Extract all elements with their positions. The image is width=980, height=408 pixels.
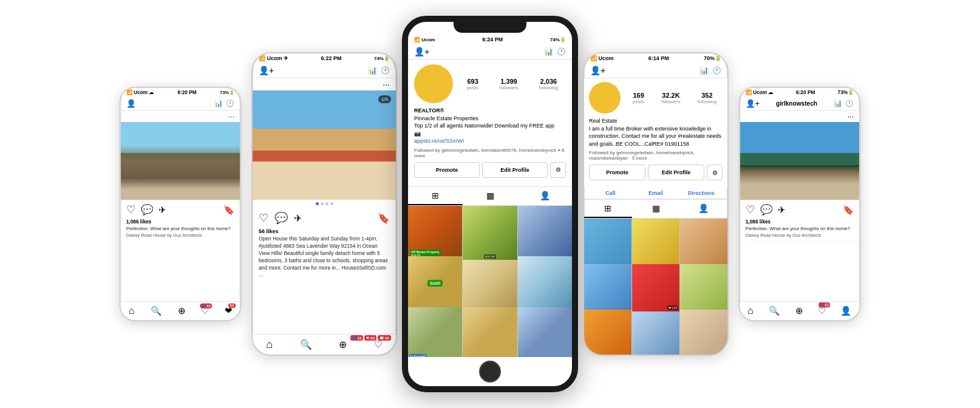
settings-button-3[interactable]: ⚙ [550, 162, 566, 178]
bar-icon-2[interactable]: 📊 [368, 66, 377, 75]
promote-button-3[interactable]: Promote [414, 162, 480, 178]
action-buttons-3: Promote Edit Profile ⚙ [414, 162, 566, 178]
profile-bio-text-4: I am a full time Broker with extensive k… [589, 125, 723, 148]
home-button-3[interactable] [479, 361, 501, 382]
grid-item-3-7[interactable]: In Escrow! [408, 307, 462, 357]
grid-item-4-8[interactable] [632, 310, 679, 355]
tab-grid-3[interactable]: ⊞ [408, 187, 463, 205]
clock-icon-5[interactable]: 🕐 [845, 100, 854, 107]
comment-icon-2[interactable]: 💬 [274, 211, 288, 225]
stat-following-3[interactable]: 2,036 following [539, 78, 558, 90]
grid-item-4-2[interactable] [632, 219, 679, 266]
person-icon-4[interactable]: 👤+ [590, 66, 605, 75]
email-button-4[interactable]: Email [635, 190, 678, 196]
heart-nav-2[interactable]: ♡ 👤15 ❤65 💬99 [374, 339, 383, 350]
search-nav-1[interactable]: 🔍 [151, 305, 162, 316]
more-dots-2[interactable]: ··· [253, 78, 396, 90]
like-icon-1[interactable]: ♡ [126, 203, 135, 216]
stat-followers-3[interactable]: 1,399 followers [499, 78, 519, 90]
clock-icon-3[interactable]: 🕐 [557, 47, 566, 56]
grid-item-3-4[interactable]: Sold! [408, 256, 462, 310]
photo-grid-4: ❤ 114 [584, 219, 727, 355]
like-icon-5[interactable]: ♡ [746, 203, 755, 216]
phone-4: 📶 Ucom 6:14 PM 70%🔋 👤+ 📊 🕐 [583, 52, 729, 356]
home-nav-1[interactable]: ⌂ [129, 305, 135, 317]
bar-icon-1[interactable]: 📊 [214, 100, 223, 107]
add-nav-1[interactable]: ⊕ [178, 305, 185, 316]
share-icon-5[interactable]: ✈ [778, 204, 785, 214]
status-time-3: 6:24 PM [482, 36, 503, 42]
grid-item-4-1[interactable] [584, 219, 631, 266]
search-nav-2[interactable]: 🔍 [300, 339, 312, 350]
bar-icon-5[interactable]: 📊 [834, 100, 842, 107]
tab-tag-3[interactable]: 👤 [517, 187, 572, 205]
share-icon-1[interactable]: ✈ [158, 204, 166, 214]
stat-followers-count-4: 32.2K [661, 92, 681, 99]
status-icons-5: 73%🔋 [838, 89, 854, 95]
stats-3: 693 posts 1,399 followers 2,036 followin… [459, 78, 566, 90]
grid-item-4-3[interactable] [680, 219, 727, 266]
home-nav-2[interactable]: ⌂ [266, 338, 273, 351]
settings-button-4[interactable]: ⚙ [707, 165, 723, 180]
comment-icon-5[interactable]: 💬 [760, 203, 772, 216]
profile-header-4: 169 posts 32.2K followers 352 following [589, 82, 723, 114]
call-button-4[interactable]: Call [589, 190, 632, 196]
followed-by-4: Followed by getmoregetedwin, homeloansby… [589, 150, 723, 161]
tab-list-3[interactable]: ▦ [463, 187, 517, 205]
grid-item-4-9[interactable] [680, 310, 727, 355]
heart-nav-5[interactable]: ♡ 👤12 [818, 305, 826, 316]
search-nav-5[interactable]: 🔍 [769, 305, 780, 316]
promote-button-4[interactable]: Promote [589, 165, 645, 180]
edit-profile-button-4[interactable]: Edit Profile [648, 165, 704, 180]
clock-icon-2[interactable]: 🕐 [381, 66, 390, 75]
add-nav-5[interactable]: ⊕ [795, 305, 803, 316]
status-time-1: 6:20 PM [177, 89, 196, 95]
add-nav-2[interactable]: ⊕ [339, 339, 347, 350]
grid-item-3-6[interactable] [518, 256, 572, 310]
grid-item-4-6[interactable] [680, 264, 727, 311]
heart2-nav-1[interactable]: ❤ 63 [225, 305, 232, 316]
stat-following-count-3: 2,036 [539, 78, 558, 85]
grid-item-3-1[interactable]: Off Market PropertySOLD! [408, 206, 462, 260]
status-carrier-4: 📶 Ucom [590, 55, 614, 61]
clock-icon-4[interactable]: 🕐 [712, 66, 721, 75]
grid-item-3-5[interactable] [463, 256, 517, 310]
more-dots-5[interactable]: ··· [740, 110, 860, 121]
grid-item-4-4[interactable] [584, 264, 631, 311]
bar-icon-3[interactable]: 📊 [544, 47, 553, 56]
grid-item-3-2[interactable]: $614,000 [463, 206, 517, 260]
bar-icon-4[interactable]: 📊 [699, 66, 709, 75]
person-icon-3[interactable]: 👤+ [414, 47, 429, 56]
person-icon-2[interactable]: 👤+ [259, 66, 274, 75]
battery-1: 73%🔋 [220, 90, 234, 95]
grid-item-3-8[interactable] [463, 307, 517, 357]
stat-followers-4[interactable]: 32.2K followers [661, 92, 681, 104]
person-nav-5[interactable]: 👤 [840, 305, 851, 316]
grid-item-3-9[interactable] [518, 307, 572, 357]
stat-following-4[interactable]: 352 following [698, 92, 716, 104]
home-nav-5[interactable]: ⌂ [747, 305, 754, 317]
tab-grid-4[interactable]: ⊞ [584, 200, 632, 218]
directions-button-4[interactable]: Directions [679, 190, 723, 196]
person-icon-5[interactable]: 👤+ [746, 99, 760, 108]
edit-profile-button-3[interactable]: Edit Profile [482, 162, 548, 178]
more-dots-1[interactable]: ··· [121, 110, 240, 121]
bookmark-icon-5[interactable]: 🔖 [843, 204, 854, 214]
like-icon-2[interactable]: ♡ [259, 211, 268, 225]
tab-tag-4[interactable]: 👤 [679, 200, 727, 218]
grid-item-3-3[interactable] [518, 206, 572, 260]
bookmark-icon-2[interactable]: 🔖 [378, 212, 390, 224]
bookmark-icon-1[interactable]: 🔖 [223, 204, 234, 214]
heart-nav-1[interactable]: ♡ 👤64 [201, 305, 209, 316]
status-bar-5: 📶 Ucom ☁ 6:20 PM 73%🔋 [740, 88, 860, 97]
tab-list-4[interactable]: ▦ [632, 200, 680, 218]
post-image-5 [740, 122, 860, 200]
clock-icon-1[interactable]: 🕐 [226, 100, 234, 107]
grid-item-4-5[interactable]: ❤ 114 [632, 264, 679, 311]
comment-icon-1[interactable]: 💬 [141, 203, 153, 216]
person-icon-1[interactable]: 👤 [126, 99, 136, 108]
profile-link-3[interactable]: appsto.re/us/SSxrWi [414, 137, 566, 145]
share-icon-2[interactable]: ✈ [294, 212, 302, 224]
grid-item-4-7[interactable] [584, 310, 631, 355]
status-icons-3: 74%🔋 [550, 37, 566, 42]
